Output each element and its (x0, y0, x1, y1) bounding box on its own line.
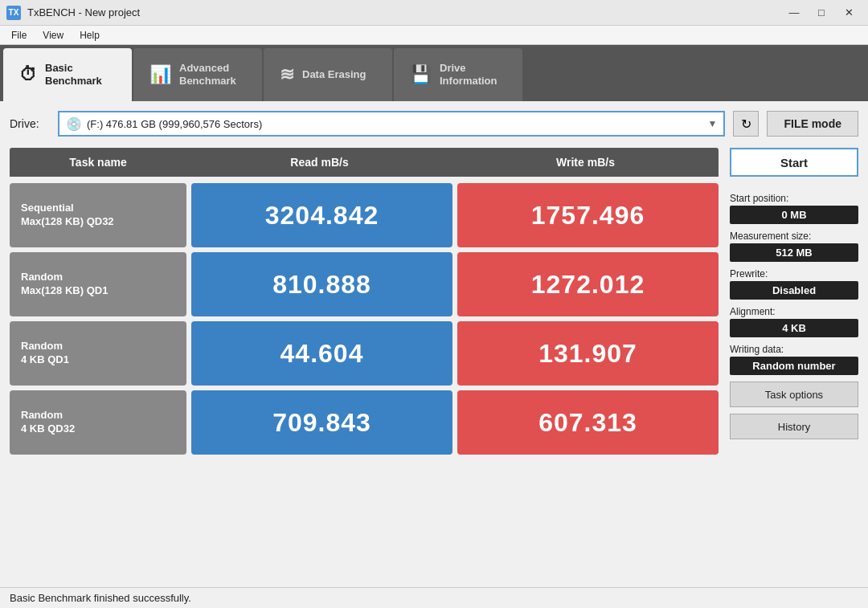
row-2-name: Random4 KB QD1 (10, 321, 186, 386)
drive-label: Drive: (10, 117, 50, 130)
advanced-benchmark-icon: 📊 (149, 64, 171, 85)
row-0-name: SequentialMax(128 KB) QD32 (10, 183, 186, 247)
row-1-name: RandomMax(128 KB) QD1 (10, 252, 186, 316)
menu-file[interactable]: File (5, 28, 33, 43)
chevron-down-icon: ▼ (708, 118, 718, 129)
benchmark-rows: SequentialMax(128 KB) QD32 3204.842 1757… (10, 177, 719, 461)
table-header: Task name Read mB/s Write mB/s (10, 148, 719, 177)
writing-data-value: Random number (730, 357, 858, 375)
menu-view[interactable]: View (36, 28, 70, 43)
close-button[interactable]: ✕ (836, 4, 862, 22)
data-erasing-icon: ≋ (280, 64, 294, 85)
drive-selector[interactable]: 💿 (F:) 476.81 GB (999,960,576 Sectors) ▼ (58, 111, 725, 137)
header-read: Read mB/s (186, 156, 452, 169)
header-task-name: Task name (10, 156, 186, 169)
drive-select-inner: 💿 (F:) 476.81 GB (999,960,576 Sectors) (66, 116, 262, 132)
history-button[interactable]: History (730, 414, 858, 439)
table-row: Random4 KB QD1 44.604 131.907 (10, 321, 719, 386)
tab-basic-benchmark-label: BasicBenchmark (45, 62, 102, 87)
window-controls: — □ ✕ (781, 4, 862, 22)
tab-advanced-benchmark[interactable]: 📊 AdvancedBenchmark (133, 48, 262, 101)
row-1-write: 1272.012 (457, 252, 719, 316)
title-bar: TX TxBENCH - New project — □ ✕ (0, 0, 868, 26)
row-3-read: 709.843 (191, 390, 452, 455)
main-area: Drive: 💿 (F:) 476.81 GB (999,960,576 Sec… (0, 101, 868, 587)
menu-help[interactable]: Help (73, 28, 106, 43)
row-1-read: 810.888 (191, 252, 452, 316)
alignment-label: Alignment: (730, 306, 858, 317)
writing-data-label: Writing data: (730, 344, 858, 355)
tab-drive-information[interactable]: 💾 DriveInformation (394, 48, 522, 101)
right-panel: Start Start position: 0 MB Measurement s… (730, 148, 858, 587)
benchmark-container: Task name Read mB/s Write mB/s Sequentia… (10, 148, 858, 587)
file-mode-button[interactable]: FILE mode (767, 111, 858, 137)
start-button[interactable]: Start (730, 148, 858, 177)
drive-select-value: (F:) 476.81 GB (999,960,576 Sectors) (87, 118, 262, 130)
start-position-value: 0 MB (730, 206, 858, 224)
drive-row: Drive: 💿 (F:) 476.81 GB (999,960,576 Sec… (10, 111, 858, 137)
drive-select-icon: 💿 (66, 116, 82, 132)
benchmark-table: Task name Read mB/s Write mB/s Sequentia… (10, 148, 719, 587)
row-3-name: Random4 KB QD32 (10, 390, 186, 455)
tab-advanced-benchmark-label: AdvancedBenchmark (179, 62, 236, 87)
start-position-label: Start position: (730, 193, 858, 204)
table-row: Random4 KB QD32 709.843 607.313 (10, 390, 719, 455)
app-icon: TX (6, 6, 21, 20)
prewrite-value: Disabled (730, 281, 858, 300)
row-2-write: 131.907 (457, 321, 719, 386)
tab-basic-benchmark[interactable]: ⏱ BasicBenchmark (3, 48, 132, 101)
tab-data-erasing[interactable]: ≋ Data Erasing (264, 48, 392, 101)
table-row: RandomMax(128 KB) QD1 810.888 1272.012 (10, 252, 719, 316)
task-options-button[interactable]: Task options (730, 382, 858, 407)
minimize-button[interactable]: — (781, 4, 807, 22)
row-3-write: 607.313 (457, 390, 719, 455)
drive-refresh-button[interactable]: ↻ (733, 111, 759, 137)
title-bar-left: TX TxBENCH - New project (6, 6, 140, 20)
tab-data-erasing-label: Data Erasing (302, 68, 366, 81)
alignment-value: 4 KB (730, 319, 858, 337)
tab-bar: ⏱ BasicBenchmark 📊 AdvancedBenchmark ≋ D… (0, 45, 868, 101)
table-row: SequentialMax(128 KB) QD32 3204.842 1757… (10, 183, 719, 247)
measurement-size-value: 512 MB (730, 243, 858, 262)
prewrite-label: Prewrite: (730, 268, 858, 280)
maximize-button[interactable]: □ (809, 4, 834, 22)
row-2-read: 44.604 (191, 321, 452, 386)
status-bar: Basic Benchmark finished successfully. (0, 587, 868, 608)
basic-benchmark-icon: ⏱ (19, 64, 37, 85)
window-title: TxBENCH - New project (27, 6, 140, 18)
menu-bar: File View Help (0, 26, 868, 45)
row-0-write: 1757.496 (457, 183, 719, 247)
status-message: Basic Benchmark finished successfully. (10, 592, 191, 604)
refresh-icon: ↻ (741, 116, 751, 132)
measurement-size-label: Measurement size: (730, 231, 858, 242)
drive-information-icon: 💾 (410, 64, 432, 85)
header-write: Write mB/s (452, 156, 719, 169)
tab-drive-information-label: DriveInformation (440, 62, 497, 87)
row-0-read: 3204.842 (191, 183, 452, 247)
